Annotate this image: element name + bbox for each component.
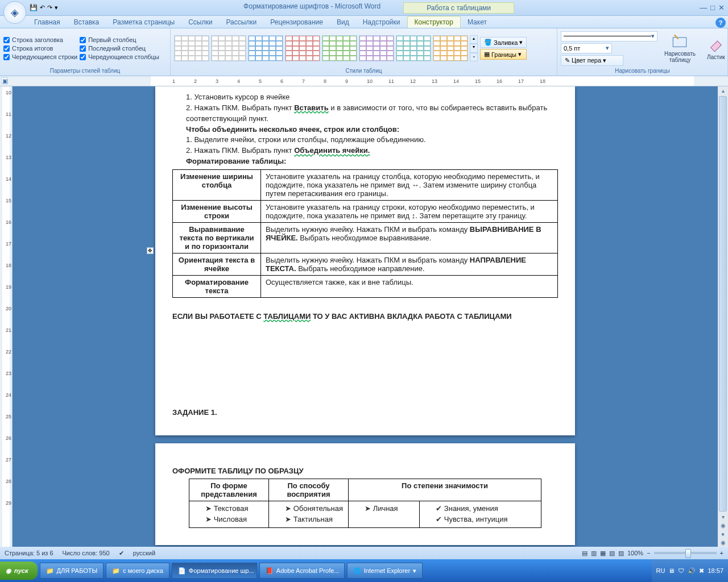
view-outline-icon[interactable]: ▧	[609, 550, 615, 557]
tab-references[interactable]: Ссылки	[181, 16, 219, 28]
scroll-up-icon[interactable]: ▴	[718, 86, 728, 95]
table-style-item[interactable]	[322, 35, 357, 61]
taskbar-item[interactable]: 📄 Форматирование шр...	[172, 563, 257, 579]
status-language[interactable]: русский	[133, 550, 155, 556]
chk-first-col[interactable]: Первый столбец	[80, 36, 159, 43]
gallery-up-icon[interactable]: ▴	[470, 35, 478, 44]
status-words[interactable]: Число слов: 950	[63, 550, 110, 556]
content-table[interactable]: Изменение ширины столбцаУстановите указа…	[172, 169, 558, 298]
statusbar: Страница: 5 из 6 Число слов: 950 ✔ русск…	[0, 547, 728, 559]
tray-icon[interactable]: 🔊	[688, 567, 696, 575]
tray-icon[interactable]: 🖥	[668, 567, 675, 574]
shading-button[interactable]: 🪣 Заливка ▾	[480, 37, 527, 48]
ruler-toggle-icon[interactable]: ▣	[1, 77, 8, 84]
body-text: 2. Нажать ПКМ. Выбрать пункт Объединить …	[172, 146, 558, 156]
document-area[interactable]: ✥ 1. Установить курсор в ячейке 2. Нажат…	[13, 86, 718, 547]
table-style-item[interactable]	[211, 35, 246, 61]
table-move-handle[interactable]: ✥	[147, 247, 154, 254]
view-reading-icon[interactable]: ▥	[591, 550, 597, 557]
table-styles-gallery[interactable]: ▴ ▾ ⌄	[174, 35, 478, 61]
tray-lang[interactable]: RU	[656, 567, 665, 574]
chk-header-row[interactable]: Строка заголовка	[3, 36, 77, 43]
line-width-combo[interactable]: 0,5 пт▾	[561, 43, 612, 53]
taskbar-item[interactable]: 🌐 Internet Explorer ▾	[347, 563, 423, 579]
close-icon[interactable]: ✕	[718, 3, 725, 12]
zoom-slider[interactable]	[654, 552, 717, 554]
zoom-in-icon[interactable]: +	[720, 550, 723, 556]
table-style-item[interactable]	[359, 35, 394, 61]
gallery-more-icon[interactable]: ⌄	[470, 53, 478, 61]
tab-pagelayout[interactable]: Разметка страницы	[106, 16, 181, 28]
help-icon[interactable]: ?	[715, 18, 726, 28]
view-draft-icon[interactable]: ▨	[618, 550, 624, 557]
line-style-combo[interactable]: ▾	[561, 31, 657, 41]
office-button[interactable]: ◈	[3, 1, 26, 24]
table-style-item[interactable]	[174, 35, 209, 61]
taskbar-item[interactable]: 📁 ДЛЯ РАБОТЫ	[40, 563, 104, 579]
chk-total-row[interactable]: Строка итогов	[3, 45, 77, 52]
taskbar: ◉ пуск 📁 ДЛЯ РАБОТЫ 📁 с моего диска 📄 Фо…	[0, 559, 728, 582]
titlebar: ◈ 💾 ↶ ↷ ▾ Форматирование шрифтов - Micro…	[0, 0, 728, 16]
scroll-thumb[interactable]	[719, 96, 727, 512]
eraser-button[interactable]: Ластик	[702, 36, 728, 61]
save-icon[interactable]: 💾	[30, 4, 38, 11]
gallery-down-icon[interactable]: ▾	[470, 44, 478, 52]
table-style-item[interactable]	[248, 35, 283, 61]
sample-table[interactable]: По форме представления По способу воспри…	[189, 479, 541, 528]
scroll-down-icon[interactable]: ▾	[718, 513, 728, 521]
chk-banded-rows[interactable]: Чередующиеся строки	[3, 53, 77, 60]
browse-object-icon[interactable]: ●	[718, 530, 728, 538]
page: ОФОРМИТЕ ТАБЛИЦУ ПО ОБРАЗЦУ По форме пре…	[155, 443, 575, 546]
maximize-icon[interactable]: □	[710, 3, 715, 12]
tab-home[interactable]: Главная	[27, 16, 67, 28]
task-heading: ЗАДАНИЕ 1.	[172, 408, 558, 418]
document-title: Форматирование шрифтов - Microsoft Word	[243, 2, 380, 14]
taskbar-item[interactable]: 📁 с моего диска	[106, 563, 169, 579]
chk-banded-cols[interactable]: Чередующиеся столбцы	[80, 53, 159, 60]
body-text: 1. Выделите ячейки, строки или столбцы, …	[172, 135, 558, 146]
system-tray[interactable]: RU 🖥 🛡 🔊 ✖ 18:57	[652, 559, 728, 582]
table-style-item[interactable]	[433, 35, 468, 61]
tab-insert[interactable]: Вставка	[67, 16, 106, 28]
tab-design[interactable]: Конструктор	[407, 16, 461, 28]
spell-icon[interactable]: ✔	[119, 550, 124, 557]
body-text: 2. Нажать ПКМ. Выбрать пункт Вставить и …	[172, 103, 558, 124]
horizontal-ruler[interactable]: 123456789101112131415161718 ▣	[0, 76, 728, 86]
table-style-item[interactable]	[285, 35, 320, 61]
group-label-draw: Нарисовать границы	[561, 67, 724, 74]
vertical-scrollbar[interactable]: ▴ ▾ ◉ ● ◉	[718, 86, 728, 547]
minimize-icon[interactable]: —	[700, 3, 707, 12]
pen-color-button[interactable]: ✎ Цвет пера ▾	[561, 55, 623, 66]
tab-review[interactable]: Рецензирование	[263, 16, 330, 28]
tray-time[interactable]: 18:57	[708, 567, 723, 574]
view-print-icon[interactable]: ▤	[582, 550, 588, 557]
tray-icon[interactable]: 🛡	[678, 567, 684, 574]
draw-table-button[interactable]: Нарисовать таблицу	[660, 32, 700, 64]
context-tools-title: Работа с таблицами	[403, 2, 514, 14]
zoom-out-icon[interactable]: −	[647, 550, 650, 556]
svg-rect-0	[673, 38, 686, 47]
tab-mailings[interactable]: Рассылки	[219, 16, 263, 28]
body-text: 1. Установить курсор в ячейке	[172, 92, 558, 103]
page: 1. Установить курсор в ячейке 2. Нажать …	[155, 86, 575, 435]
taskbar-item[interactable]: 📕 Adobe Acrobat Profe...	[259, 563, 345, 579]
browse-next-icon[interactable]: ◉	[718, 538, 728, 547]
vertical-ruler[interactable]: 1011121314151617181920212223242526272829	[0, 86, 13, 547]
tab-addins[interactable]: Надстройки	[356, 16, 407, 28]
start-button[interactable]: ◉ пуск	[0, 562, 38, 580]
redo-icon[interactable]: ↷	[47, 4, 52, 11]
pencil-table-icon	[672, 34, 688, 49]
quick-access-toolbar: 💾 ↶ ↷ ▾	[30, 4, 58, 11]
undo-icon[interactable]: ↶	[40, 4, 45, 11]
chk-last-col[interactable]: Последний столбец	[80, 45, 159, 52]
borders-button[interactable]: ▦ Границы ▾	[480, 49, 527, 60]
browse-prev-icon[interactable]: ◉	[718, 521, 728, 530]
group-label-styles: Стили таблиц	[174, 67, 553, 74]
zoom-value[interactable]: 100%	[627, 550, 643, 556]
status-page[interactable]: Страница: 5 из 6	[5, 550, 53, 556]
table-style-item[interactable]	[396, 35, 431, 61]
tray-icon[interactable]: ✖	[699, 567, 704, 575]
view-web-icon[interactable]: ▦	[600, 550, 606, 557]
tab-view[interactable]: Вид	[330, 16, 356, 28]
tab-layout[interactable]: Макет	[461, 16, 494, 28]
